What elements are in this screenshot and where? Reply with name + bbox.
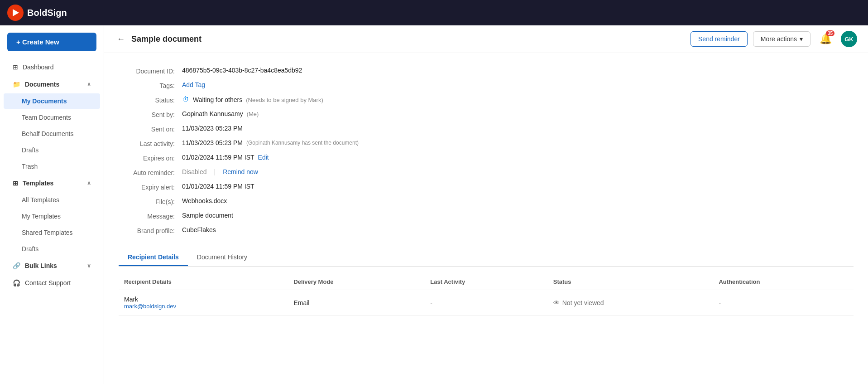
templates-icon: ⊞	[13, 180, 18, 187]
content-area: ← Sample document Send reminder More act…	[104, 25, 868, 384]
status-cell: 👁 Not yet viewed	[548, 290, 714, 316]
documents-icon: 📁	[13, 81, 20, 88]
expiry-alert-value: 01/01/2024 11:59 PM IST	[182, 183, 854, 190]
sent-on-value: 11/03/2023 05:23 PM	[182, 125, 854, 132]
col-authentication: Authentication	[713, 274, 854, 290]
more-actions-label: More actions	[761, 35, 797, 43]
templates-label: Templates	[23, 180, 53, 187]
contact-support-label: Contact Support	[25, 279, 71, 287]
message-label: Message:	[119, 212, 182, 220]
main-layout: + Create New ⊞ Dashboard 📁 Documents ∧ M…	[0, 25, 868, 384]
sidebar-item-trash[interactable]: Trash	[4, 159, 100, 174]
back-button[interactable]: ←	[115, 33, 127, 46]
create-new-button[interactable]: + Create New	[7, 33, 96, 51]
document-id-value: 486875b5-09c3-403b-8c27-ba4c8ea5db92	[182, 67, 854, 74]
files-label: File(s):	[119, 197, 182, 205]
sidebar-item-dashboard[interactable]: ⊞ Dashboard	[4, 59, 100, 75]
table-row: Mark mark@boldsign.dev Email - 👁 Not yet…	[119, 290, 854, 316]
logo-area: BoldSign	[7, 5, 111, 21]
logo-text: BoldSign	[27, 8, 67, 18]
sidebar-item-team-documents[interactable]: Team Documents	[4, 110, 100, 125]
col-recipient: Recipient Details	[119, 274, 288, 290]
expiry-alert-label: Expiry alert:	[119, 183, 182, 191]
auto-reminder-value: Disabled | Remind now	[182, 168, 854, 175]
files-row: File(s): Webhooks.docx	[119, 194, 854, 209]
delivery-cell: Email	[288, 290, 425, 316]
recipient-email[interactable]: mark@boldsign.dev	[124, 303, 283, 310]
sent-by-sub: (Me)	[247, 111, 259, 117]
status-value: ⏱ Waiting for others (Needs to be signed…	[182, 96, 854, 104]
sidebar-item-my-templates[interactable]: My Templates	[4, 209, 100, 224]
template-drafts-label: Drafts	[22, 245, 38, 253]
avatar[interactable]: GK	[841, 31, 857, 47]
dashboard-label: Dashboard	[23, 63, 54, 71]
recipient-name: Mark	[124, 296, 283, 303]
tab-document-history[interactable]: Document History	[188, 249, 256, 266]
remind-now-link[interactable]: Remind now	[223, 168, 258, 175]
trash-label: Trash	[22, 163, 38, 170]
sidebar-section-bulk-links[interactable]: 🔗 Bulk Links ∨	[4, 258, 100, 274]
recipient-cell: Mark mark@boldsign.dev	[119, 290, 288, 316]
behalf-documents-label: Behalf Documents	[22, 130, 73, 137]
topbar: BoldSign	[0, 0, 868, 25]
expires-on-value: 01/02/2024 11:59 PM IST Edit	[182, 154, 854, 161]
tags-row: Tags: Add Tag	[119, 78, 854, 93]
auto-reminder-status: Disabled	[182, 168, 206, 175]
edit-expiry-link[interactable]: Edit	[258, 154, 269, 161]
tags-value: Add Tag	[182, 81, 854, 88]
brand-profile-row: Brand profile: CubeFlakes	[119, 224, 854, 238]
more-actions-button[interactable]: More actions ▾	[753, 31, 810, 47]
all-templates-label: All Templates	[22, 196, 59, 204]
tab-recipient-label: Recipient Details	[128, 253, 179, 261]
sidebar-item-shared-templates[interactable]: Shared Templates	[4, 225, 100, 240]
last-activity-value: 11/03/2023 05:23 PM (Gopinath Kannusamy …	[182, 139, 854, 146]
sidebar-item-behalf-documents[interactable]: Behalf Documents	[4, 126, 100, 141]
sidebar-item-template-drafts[interactable]: Drafts	[4, 241, 100, 257]
send-reminder-button[interactable]: Send reminder	[691, 31, 748, 47]
sidebar-item-drafts[interactable]: Drafts	[4, 142, 100, 158]
tabs-bar: Recipient Details Document History	[119, 249, 854, 267]
last-activity-sub: (Gopinath Kannusamy has sent the documen…	[246, 140, 359, 146]
logo-icon	[7, 5, 24, 21]
eye-icon: 👁	[553, 299, 560, 306]
team-documents-label: Team Documents	[22, 114, 71, 121]
files-value: Webhooks.docx	[182, 197, 854, 204]
last-activity-label: Last activity:	[119, 139, 182, 147]
message-row: Message: Sample document	[119, 209, 854, 224]
sidebar-item-my-documents[interactable]: My Documents	[4, 93, 100, 109]
sent-by-name: Gopinath Kannusamy	[182, 110, 243, 117]
expiry-alert-row: Expiry alert: 01/01/2024 11:59 PM IST	[119, 180, 854, 194]
tab-recipient-details[interactable]: Recipient Details	[119, 249, 188, 266]
sent-on-label: Sent on:	[119, 125, 182, 133]
sent-by-row: Sent by: Gopinath Kannusamy (Me)	[119, 107, 854, 122]
expires-on-label: Expires on:	[119, 154, 182, 162]
status-not-viewed: 👁 Not yet viewed	[553, 299, 708, 306]
table-header: Recipient Details Delivery Mode Last Act…	[119, 274, 854, 290]
page-title: Sample document	[131, 34, 201, 44]
templates-chevron: ∧	[87, 180, 91, 186]
sidebar-item-all-templates[interactable]: All Templates	[4, 192, 100, 208]
col-last-activity: Last Activity	[425, 274, 547, 290]
message-value: Sample document	[182, 212, 854, 219]
brand-profile-value: CubeFlakes	[182, 226, 854, 233]
sidebar-section-documents[interactable]: 📁 Documents ∧	[4, 76, 100, 92]
bulk-links-label: Bulk Links	[25, 262, 57, 269]
brand-profile-label: Brand profile:	[119, 226, 182, 234]
auto-reminder-label: Auto reminder:	[119, 168, 182, 176]
auto-reminder-row: Auto reminder: Disabled | Remind now	[119, 165, 854, 180]
last-activity-row: Last activity: 11/03/2023 05:23 PM (Gopi…	[119, 136, 854, 151]
sidebar-item-contact-support[interactable]: 🎧 Contact Support	[4, 275, 100, 291]
authentication-cell: -	[713, 290, 854, 316]
notification-button[interactable]: 🔔 35	[816, 31, 835, 47]
add-tag-link[interactable]: Add Tag	[182, 81, 205, 88]
tags-label: Tags:	[119, 81, 182, 89]
col-status: Status	[548, 274, 714, 290]
content-header: ← Sample document Send reminder More act…	[104, 25, 868, 53]
dashboard-icon: ⊞	[13, 63, 18, 71]
sent-by-value: Gopinath Kannusamy (Me)	[182, 110, 854, 117]
document-details: Document ID: 486875b5-09c3-403b-8c27-ba4…	[104, 53, 868, 384]
tab-history-label: Document History	[197, 253, 247, 261]
detail-table: Document ID: 486875b5-09c3-403b-8c27-ba4…	[119, 64, 854, 238]
col-delivery: Delivery Mode	[288, 274, 425, 290]
sidebar-section-templates[interactable]: ⊞ Templates ∧	[4, 175, 100, 191]
